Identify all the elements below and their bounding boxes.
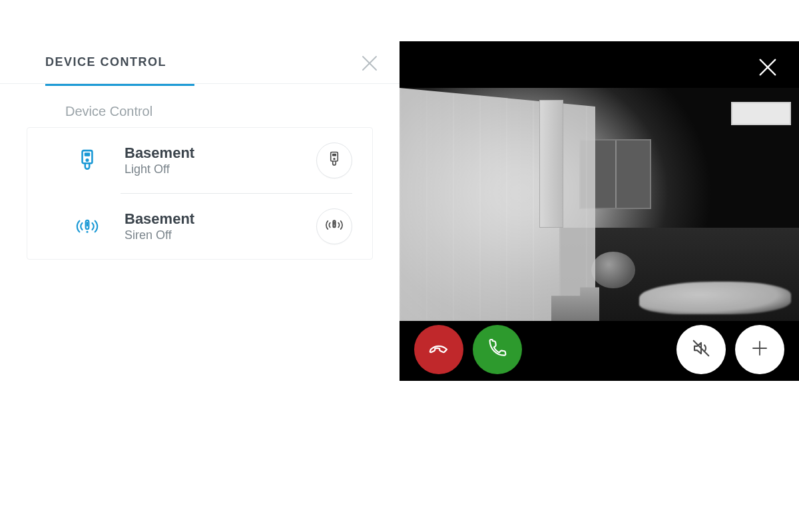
siren-icon (74, 213, 101, 240)
device-name: Basement (125, 144, 316, 161)
siren-toggle-icon (323, 218, 346, 235)
svg-rect-6 (332, 154, 336, 156)
tab-device-control[interactable]: DEVICE CONTROL (0, 41, 166, 83)
live-view-panel (400, 41, 799, 381)
answer-call-icon (487, 338, 508, 362)
tab-title: DEVICE CONTROL (45, 55, 166, 69)
answer-call-button[interactable] (473, 325, 522, 374)
svg-point-7 (333, 158, 335, 160)
light-toggle-button[interactable] (316, 142, 352, 178)
panel-header: DEVICE CONTROL (0, 41, 400, 84)
device-control-panel: DEVICE CONTROL Device Control Basement (0, 0, 400, 532)
night-scene (400, 88, 799, 321)
close-icon[interactable] (756, 56, 779, 79)
light-toggle-icon (328, 151, 340, 170)
mute-speaker-button[interactable] (676, 325, 726, 374)
more-options-button[interactable] (735, 325, 784, 374)
end-call-icon (427, 337, 450, 362)
device-text: Basement Light Off (125, 144, 316, 176)
section-label: Device Control (0, 84, 400, 127)
svg-point-10 (87, 231, 89, 233)
spotlight-cam-icon (74, 147, 101, 174)
device-text: Basement Siren Off (125, 210, 316, 242)
svg-point-4 (85, 158, 89, 162)
device-name: Basement (125, 210, 316, 227)
plus-icon (750, 338, 770, 361)
svg-rect-3 (85, 152, 91, 156)
device-status: Light Off (125, 162, 316, 176)
close-icon[interactable] (360, 53, 380, 73)
siren-toggle-button[interactable] (316, 208, 352, 244)
device-status: Siren Off (125, 228, 316, 242)
call-control-bar (400, 318, 799, 381)
svg-point-13 (334, 225, 335, 226)
tab-underline (45, 84, 194, 86)
camera-feed[interactable] (400, 88, 799, 321)
speaker-mute-icon (691, 338, 711, 361)
device-row-light[interactable]: Basement Light Off (27, 128, 372, 193)
end-call-button[interactable] (414, 325, 463, 374)
device-row-siren[interactable]: Basement Siren Off (27, 194, 372, 259)
device-list: Basement Light Off (27, 127, 373, 260)
